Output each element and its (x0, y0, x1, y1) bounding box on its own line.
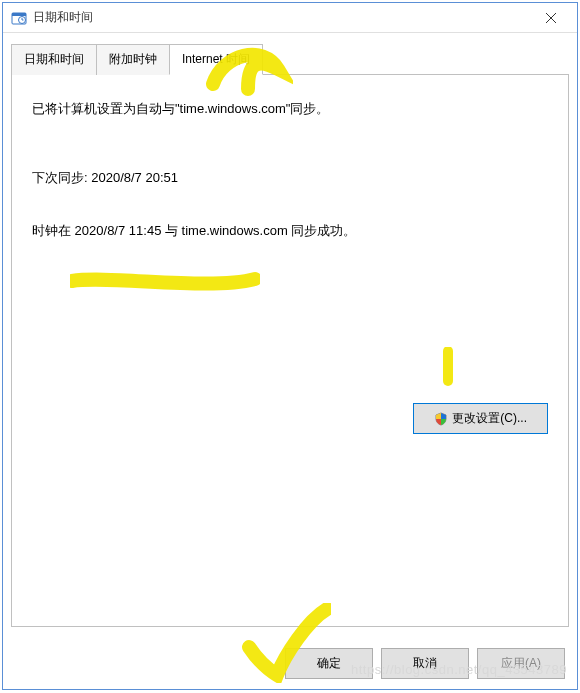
dialog-footer: 确定 取消 应用(A) (285, 648, 565, 679)
last-sync-text: 时钟在 2020/8/7 11:45 与 time.windows.com 同步… (32, 221, 548, 242)
next-sync-row: 下次同步: 2020/8/7 20:51 (32, 168, 548, 189)
internet-time-panel: 已将计算机设置为自动与"time.windows.com"同步。 下次同步: 2… (11, 75, 569, 627)
tab-label: Internet 时间 (182, 52, 250, 66)
shield-icon (434, 412, 448, 426)
close-icon (546, 10, 556, 26)
dialog-window: 日期和时间 日期和时间 附加时钟 Internet 时间 已将计算机设置为自动与… (2, 2, 578, 690)
sync-status-text: 已将计算机设置为自动与"time.windows.com"同步。 (32, 99, 548, 120)
close-button[interactable] (529, 4, 573, 32)
apply-button[interactable]: 应用(A) (477, 648, 565, 679)
ok-button[interactable]: 确定 (285, 648, 373, 679)
ok-label: 确定 (317, 655, 341, 672)
tab-internet-time[interactable]: Internet 时间 (169, 44, 263, 75)
tab-label: 附加时钟 (109, 52, 157, 66)
tab-strip: 日期和时间 附加时钟 Internet 时间 (11, 43, 569, 75)
next-sync-label: 下次同步: (32, 170, 88, 185)
tab-label: 日期和时间 (24, 52, 84, 66)
change-settings-row: 更改设置(C)... (413, 403, 548, 434)
cancel-button[interactable]: 取消 (381, 648, 469, 679)
titlebar: 日期和时间 (3, 3, 577, 33)
content-area: 日期和时间 附加时钟 Internet 时间 已将计算机设置为自动与"time.… (3, 33, 577, 689)
change-settings-button[interactable]: 更改设置(C)... (413, 403, 548, 434)
apply-label: 应用(A) (501, 655, 541, 672)
svg-rect-1 (12, 13, 26, 16)
cancel-label: 取消 (413, 655, 437, 672)
datetime-icon (11, 10, 27, 26)
window-title: 日期和时间 (33, 9, 529, 26)
tab-additional-clocks[interactable]: 附加时钟 (96, 44, 170, 75)
change-settings-label: 更改设置(C)... (452, 410, 527, 427)
tab-date-time[interactable]: 日期和时间 (11, 44, 97, 75)
next-sync-value: 2020/8/7 20:51 (91, 170, 178, 185)
